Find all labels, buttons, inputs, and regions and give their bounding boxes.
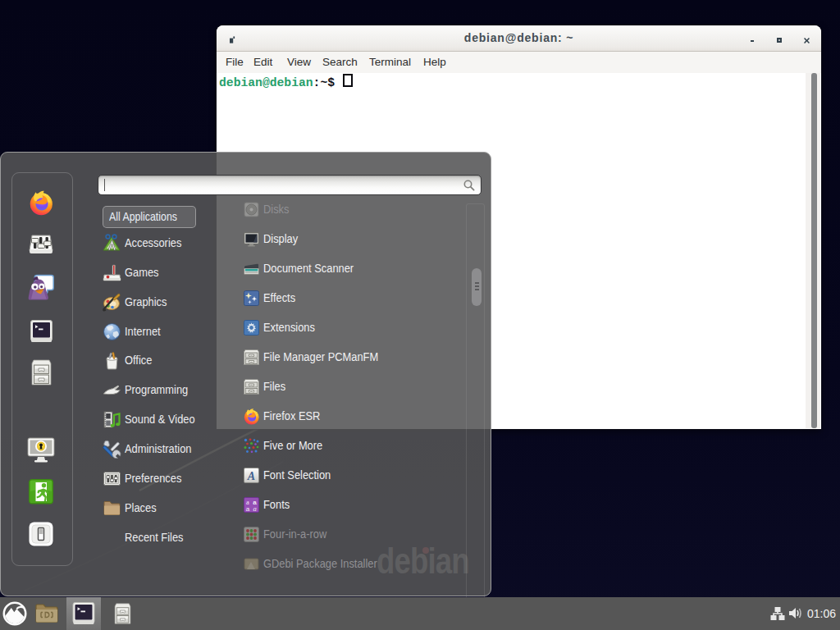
svg-text:a: a	[253, 504, 256, 513]
svg-text:A: A	[247, 470, 255, 482]
svg-text:a: a	[246, 505, 250, 513]
